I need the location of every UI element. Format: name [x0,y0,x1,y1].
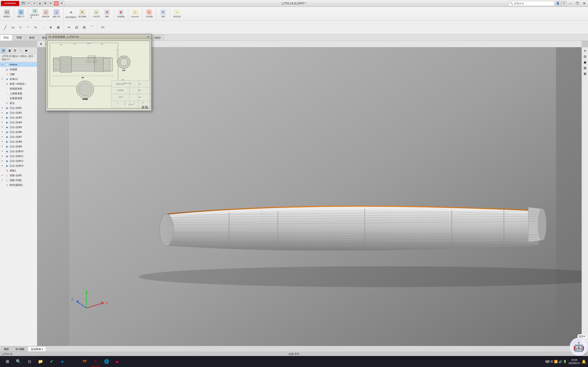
tree-item-sensors[interactable]: 📡传感器 [0,67,37,72]
expand-boss1[interactable]: ▸ [2,107,5,109]
search-bar[interactable]: 🔍 [509,1,554,6]
expand-boss13[interactable]: ▸ [2,164,5,167]
show-hide-btn[interactable]: 👁 显示/隐藏 [77,8,87,19]
line-btn[interactable]: ╱ [2,24,9,31]
relation-btn[interactable]: ⌲ 几何关系 [91,8,101,19]
expand-boss11[interactable]: ▸ [2,155,5,158]
todo-btn[interactable]: ✔ [46,357,57,367]
network-icon[interactable]: 📶 [554,360,558,363]
fix-btn[interactable]: 修 修复 [102,8,112,19]
wechat-btn[interactable] [68,357,78,367]
notification-btn[interactable]: 🔔 [582,359,586,364]
search-input[interactable] [514,2,544,5]
print-btn[interactable]: 🖨 [37,1,42,6]
tree-item-boss10[interactable]: ▸◼凸台-拉伸10 [0,149,37,154]
tree-item-annotations[interactable]: 📝注解 [0,72,37,77]
tree-item-origin[interactable]: ⊕原点 [0,101,37,106]
tree-item-boss4[interactable]: ▸◼凸台-拉伸4 [0,120,37,125]
tree-item-top_plane[interactable]: ▭上视基准面 [0,91,37,96]
help-btn[interactable]: ? [561,1,566,6]
feature-tree-icon[interactable]: ⊞ [1,48,6,53]
tree-item-cut_sweep1[interactable]: ▸◻切除-扫描1 [0,178,37,183]
tree-item-material[interactable]: ■材质 <未指定> [0,82,37,86]
right-config-btn[interactable]: ⊟ [582,54,588,59]
move-solid-btn[interactable]: ↔ 移动实体 [172,8,182,19]
appearance-btn[interactable]: ▾ [59,1,64,6]
options-btn[interactable]: ▾ [48,1,53,6]
expand-cut1[interactable]: ▸ [2,174,5,177]
expand-boss5[interactable]: ▸ [2,126,5,129]
arc-btn[interactable]: ◜ [25,24,32,31]
chat-avatar[interactable]: 🤖 [570,338,588,356]
right-custom-btn[interactable]: ⊠ [582,71,588,76]
sketch-view-btn[interactable]: ⊿ 曲面上查 [51,8,61,19]
offset-btn[interactable]: ⊡ [73,24,80,31]
right-tasks-btn[interactable]: ≡ [582,48,588,53]
expand-boss9[interactable]: ▸ [2,145,5,148]
spline-btn[interactable]: ∿ [32,24,39,31]
tab-mbd[interactable]: MBD [151,35,164,41]
user-btn[interactable]: 👤 [555,1,561,6]
bottom-tab-model[interactable]: 模型 [1,347,12,352]
tab-features[interactable]: 特征 [0,35,12,41]
property-icon[interactable]: ◨ [7,48,12,53]
rect-btn[interactable]: ▭ [9,24,16,31]
expand-history[interactable]: ▸ [2,63,5,66]
taskbar-search-btn[interactable]: 🔍 [13,357,23,367]
markup-btn[interactable]: ✏ [54,1,59,6]
expand-boss10[interactable]: ▸ [2,150,5,153]
mirror-btn[interactable]: ⊟ [68,9,74,16]
profile-btn[interactable]: 轮 轮廓 [158,8,168,19]
smart-dim-btn[interactable]: ⟺ 智能制尺 [2,8,12,19]
fillet-sketch-btn[interactable]: ⌒ [88,24,95,31]
bottom-tab-3d_view[interactable]: 3D 视图 [12,347,27,352]
expand-boss3[interactable]: ▸ [2,116,5,119]
start-btn[interactable]: ⊞ [2,357,12,367]
tab-curved[interactable]: 曲面 [26,35,38,41]
trim-btn[interactable]: ✂ [66,24,73,31]
tree-item-boss1[interactable]: ▸◼凸台-拉伸1 [0,106,37,110]
tree-item-history[interactable]: ▸🕐History [0,62,37,67]
tree-item-right_plane[interactable]: ▭右视基准面 [0,96,37,101]
expand-boss4[interactable]: ▸ [2,121,5,124]
tree-item-array_circ2[interactable]: ⊕阵列(圆周)2 [0,183,37,188]
tree-item-boss5[interactable]: ▸◼凸台-拉伸5 [0,125,37,130]
expand-boss8[interactable]: ▸ [2,140,5,143]
right-smart-btn[interactable]: ⊞ [582,65,588,70]
text-btn[interactable]: A [47,24,54,31]
maximize-btn[interactable]: ❐ [574,1,580,6]
popup-close-icon[interactable]: ✕ [147,35,149,39]
edge-btn[interactable]: ◈ [57,357,68,367]
expand-panel-icon[interactable]: ▶ [24,48,29,53]
tree-item-boss11[interactable]: ▸◼凸台-拉伸11 [0,154,37,158]
tree-item-boss8[interactable]: ▸◼凸台-拉伸8 [0,139,37,144]
filter-btn[interactable]: ⊕ [39,42,43,47]
expand-boss7[interactable]: ▸ [2,135,5,138]
tree-item-boss9[interactable]: ▸◼凸台-拉伸9 [0,144,37,149]
sketch-color-btn[interactable]: 🎨 上色草图 [144,8,154,19]
chrome-btn[interactable]: 🌐 [102,357,112,367]
bottom-tab-motion1[interactable]: 运动算例 1 [28,347,46,352]
expand-solid1[interactable]: ▸ [2,78,5,80]
keyboard-icon[interactable]: ⌨ [545,360,550,363]
tree-item-boss6[interactable]: ▸◼凸台-拉伸6 [0,130,37,134]
snap-btn[interactable]: 🧲 快速捕捉 [116,8,126,19]
tree-item-solid1[interactable]: ▸◉实体(1) [0,77,37,82]
volume-icon[interactable]: 🔊 [559,360,562,363]
maps-btn[interactable]: 🗺 [79,357,90,367]
expand-boss2[interactable]: ▸ [2,111,5,114]
redo-btn[interactable]: ↪ [32,1,37,6]
undo-btn[interactable]: ↩ [26,1,31,6]
point-btn[interactable]: · [40,24,47,31]
chinese-input-btn[interactable]: 英 [551,360,553,363]
task-view-btn[interactable]: ⊡ [24,357,34,367]
tree-item-boss2[interactable]: ▸◼凸台-拉伸2 [0,110,37,115]
tree-item-boss12[interactable]: ▸◼凸台-拉伸12 [0,158,37,163]
instant2d-btn[interactable]: I Instant2D [130,8,140,19]
tree-item-boss7[interactable]: ▸◼凸台-拉伸7 [0,134,37,139]
media-btn[interactable]: ▶ [112,357,123,367]
model-items-btn[interactable]: ⊞ 图面尺寸 [16,8,26,19]
config-icon[interactable]: ⊟ [12,48,17,53]
xform-solid-btn[interactable]: ◫ 转换实体 [41,8,51,19]
save-quick-btn[interactable]: 💾 [21,1,26,6]
